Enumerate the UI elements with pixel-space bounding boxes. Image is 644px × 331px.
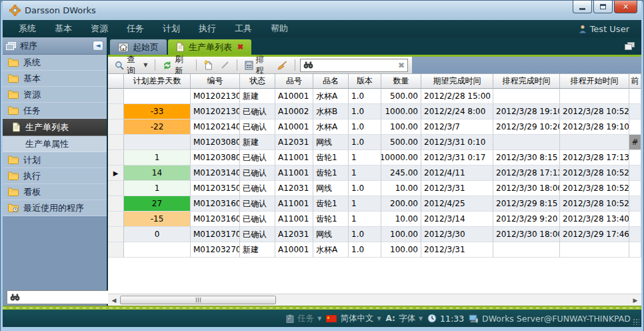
cell-item-no[interactable]: A11001 bbox=[275, 150, 313, 166]
cell-item-name[interactable]: 齿轮1 bbox=[313, 150, 349, 166]
cell-sched-end[interactable]: 2012/3/30 18:00 bbox=[493, 227, 560, 242]
cell-version[interactable]: 1.0 bbox=[349, 242, 381, 258]
column-header-品名[interactable]: 品名 bbox=[313, 74, 349, 89]
menu-item-计划[interactable]: 计划 bbox=[153, 21, 189, 37]
menu-item-系统[interactable]: 系统 bbox=[9, 21, 45, 37]
cell-sched-end[interactable] bbox=[493, 135, 560, 150]
cell-extra[interactable] bbox=[629, 242, 641, 258]
close-button[interactable]: ✕ bbox=[614, 1, 637, 13]
row-selector[interactable] bbox=[108, 150, 124, 166]
menu-item-工具[interactable]: 工具 bbox=[225, 21, 261, 37]
cell-extra[interactable] bbox=[629, 227, 641, 242]
cell-version[interactable]: 1 bbox=[349, 166, 381, 181]
cell-diff-days[interactable]: -22 bbox=[124, 119, 191, 135]
cell-item-name[interactable]: 水杯A bbox=[313, 119, 349, 135]
cell-version[interactable]: 1.0 bbox=[349, 104, 381, 119]
cell-item-name[interactable]: 网线 bbox=[313, 135, 349, 150]
column-header-gutter[interactable] bbox=[108, 74, 124, 89]
row-selector[interactable] bbox=[108, 227, 124, 242]
status-clock[interactable]: 11:33 bbox=[427, 314, 464, 324]
cell-item-no[interactable]: A11001 bbox=[275, 166, 313, 181]
table-row[interactable]: -33M012021302已确认A10002水杯B1.01000.002012/… bbox=[108, 104, 641, 119]
cell-order-no[interactable]: M012032701 bbox=[191, 242, 240, 258]
cell-status[interactable]: 已确认 bbox=[240, 181, 275, 196]
cell-item-name[interactable]: 水杯A bbox=[313, 89, 349, 104]
toolbar-search-input[interactable] bbox=[315, 61, 396, 70]
user-badge[interactable]: Test User bbox=[579, 24, 635, 34]
status-task-menu[interactable]: 任务 ▼ bbox=[286, 313, 321, 324]
cell-status[interactable]: 新建 bbox=[240, 89, 275, 104]
cell-status[interactable]: 已确认 bbox=[240, 166, 275, 181]
table-row[interactable]: 1M012031501已确认A12031网线1.010.002012/3/312… bbox=[108, 181, 641, 196]
sidebar-item-系统[interactable]: 系统 bbox=[3, 55, 107, 71]
scroll-right-icon[interactable]: ▶ bbox=[631, 296, 640, 305]
cell-item-name[interactable]: 网线 bbox=[313, 181, 349, 196]
cell-qty[interactable]: 10.00 bbox=[381, 181, 421, 196]
cell-version[interactable]: 1.0 bbox=[349, 227, 381, 242]
cell-qty[interactable]: 1000.00 bbox=[381, 104, 421, 119]
row-selector[interactable] bbox=[108, 242, 124, 258]
cell-expected-time[interactable]: 2012/2/28 15:00 bbox=[421, 89, 493, 104]
cell-item-no[interactable]: A12031 bbox=[275, 227, 313, 242]
cell-expected-time[interactable]: 2012/4/11 bbox=[421, 166, 493, 181]
cell-qty[interactable]: 100.00 bbox=[381, 242, 421, 258]
column-header-品号[interactable]: 品号 bbox=[275, 74, 313, 89]
cell-expected-time[interactable]: 2012/3/14 bbox=[421, 212, 493, 227]
clean-button[interactable] bbox=[275, 59, 290, 71]
cell-sched-start[interactable]: 2012/3/28 10:52 bbox=[560, 181, 629, 196]
cell-item-no[interactable]: A12031 bbox=[275, 181, 313, 196]
column-header-数量[interactable]: 数量 bbox=[381, 74, 421, 89]
cell-status[interactable]: 已确认 bbox=[240, 212, 275, 227]
sidebar-item-计划[interactable]: 计划 bbox=[3, 152, 107, 168]
cell-sched-end[interactable] bbox=[493, 89, 560, 104]
cell-item-name[interactable]: 齿轮1 bbox=[313, 196, 349, 212]
menu-item-资源[interactable]: 资源 bbox=[81, 21, 117, 37]
cell-order-no[interactable]: M012030801 bbox=[191, 135, 240, 150]
row-selector[interactable] bbox=[108, 212, 124, 227]
table-row[interactable]: -15M012031602已确认A11001齿轮1110.002012/3/14… bbox=[108, 212, 641, 227]
cell-item-no[interactable]: A11001 bbox=[275, 212, 313, 227]
cell-order-no[interactable]: M012021301 bbox=[191, 89, 240, 104]
cell-extra[interactable] bbox=[629, 119, 641, 135]
cell-order-no[interactable]: M012021401 bbox=[191, 119, 240, 135]
cell-sched-end[interactable]: 2012/3/28 19:10 bbox=[493, 104, 560, 119]
cell-sched-start[interactable]: 2012/3/28 10:52 bbox=[560, 196, 629, 212]
cell-diff-days[interactable] bbox=[124, 89, 191, 104]
cell-diff-days[interactable]: 14 bbox=[124, 166, 191, 181]
cell-order-no[interactable]: M012031602 bbox=[191, 212, 240, 227]
toolbar-search-clear-icon[interactable]: ✖ bbox=[398, 61, 405, 70]
cell-sched-start[interactable] bbox=[560, 89, 629, 104]
cell-status[interactable]: 已确认 bbox=[240, 104, 275, 119]
row-selector[interactable] bbox=[108, 119, 124, 135]
cell-extra[interactable] bbox=[629, 212, 641, 227]
minimize-button[interactable] bbox=[573, 1, 592, 13]
cell-diff-days[interactable]: 1 bbox=[124, 150, 191, 166]
table-row[interactable]: M012030801新建A12031网线1.0500.002012/3/31 0… bbox=[108, 135, 641, 150]
cell-order-no[interactable]: M012031701 bbox=[191, 227, 240, 242]
cell-sched-end[interactable]: 2012/3/29 8:15 bbox=[493, 196, 560, 212]
cell-qty[interactable]: 500.00 bbox=[381, 135, 421, 150]
cell-version[interactable]: 1 bbox=[349, 150, 381, 166]
cell-status[interactable]: 已确认 bbox=[240, 150, 275, 166]
cell-item-no[interactable]: A11001 bbox=[275, 196, 313, 212]
cell-order-no[interactable]: M012031601 bbox=[191, 196, 240, 212]
cell-sched-start[interactable] bbox=[560, 135, 629, 150]
cell-sched-end[interactable]: 2012/3/30 18:00 bbox=[493, 181, 560, 196]
cell-expected-time[interactable]: 2012/2/24 8:00 bbox=[421, 104, 493, 119]
cell-extra[interactable] bbox=[629, 181, 641, 196]
cell-item-name[interactable]: 网线 bbox=[313, 227, 349, 242]
column-header-排程开始时间[interactable]: 排程开始时间 bbox=[560, 74, 629, 89]
sidebar-item-生产单列表[interactable]: 生产单列表 bbox=[3, 119, 107, 136]
cell-diff-days[interactable]: -33 bbox=[124, 104, 191, 119]
resize-grip-icon[interactable] bbox=[633, 318, 639, 325]
cell-extra[interactable] bbox=[629, 196, 641, 212]
column-header-前[interactable]: 前 bbox=[629, 74, 641, 89]
cell-diff-days[interactable]: 27 bbox=[124, 196, 191, 212]
maximize-button[interactable] bbox=[593, 1, 613, 13]
cell-sched-start[interactable]: 2012/3/28 13:40 bbox=[560, 212, 629, 227]
cell-qty[interactable]: 100.00 bbox=[381, 119, 421, 135]
cell-status[interactable]: 新建 bbox=[240, 242, 275, 258]
sidebar-search-input[interactable] bbox=[20, 292, 120, 302]
cell-qty[interactable]: 200.00 bbox=[381, 196, 421, 212]
status-font-menu[interactable]: A: 字体 ▼ bbox=[386, 313, 423, 324]
